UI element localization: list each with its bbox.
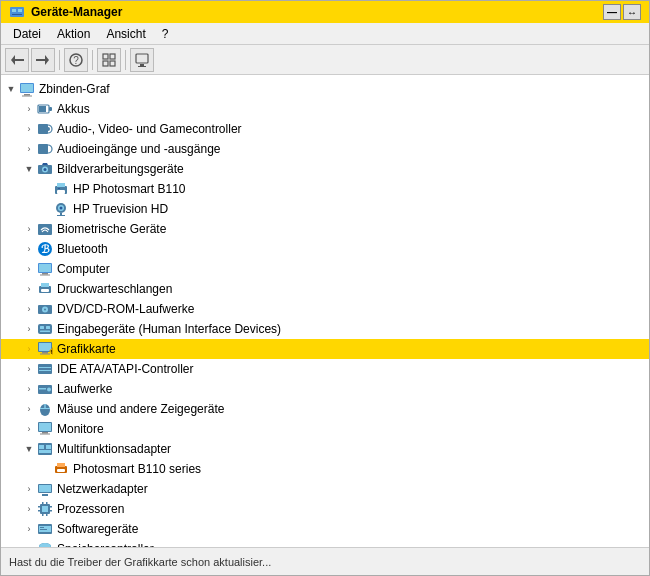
svg-rect-76 xyxy=(42,432,48,434)
multifunktion-expand: ▼ xyxy=(21,441,37,457)
netzwerk-expand: › xyxy=(21,481,37,497)
svg-rect-47 xyxy=(42,273,48,275)
tree-item-audioein[interactable]: › Audioeingänge und -ausgänge xyxy=(1,139,649,159)
tree-item-bildverarbeitung[interactable]: ▼ Bildverarbeitungsgeräte xyxy=(1,159,649,179)
tree-item-audio[interactable]: › Audio-, Video- und Gamecontroller xyxy=(1,119,649,139)
cpu-icon xyxy=(37,501,53,517)
svg-rect-46 xyxy=(39,264,51,272)
ide-label: IDE ATA/ATAPI-Controller xyxy=(57,362,193,376)
svg-rect-19 xyxy=(24,94,30,96)
svg-rect-56 xyxy=(40,326,44,329)
toolbar-help[interactable]: ? xyxy=(64,48,88,72)
dvd-icon xyxy=(37,301,53,317)
root-label: Zbinden-Graf xyxy=(39,82,110,96)
menu-help[interactable]: ? xyxy=(154,25,177,43)
svg-rect-61 xyxy=(42,352,48,354)
svg-rect-94 xyxy=(42,502,44,504)
svg-point-39 xyxy=(60,207,63,210)
minimize-button[interactable]: — xyxy=(603,4,621,20)
device-tree[interactable]: ▼ Zbinden-Graf › xyxy=(1,75,649,547)
svg-rect-18 xyxy=(21,84,33,92)
tree-item-hp-truevision[interactable]: HP Truevision HD xyxy=(1,199,649,219)
main-content: ▼ Zbinden-Graf › xyxy=(1,75,649,575)
software-icon xyxy=(37,521,53,537)
svg-rect-95 xyxy=(46,502,48,504)
tree-item-grafikkarte[interactable]: › ! Grafikkarte xyxy=(1,339,649,359)
svg-rect-89 xyxy=(42,506,48,512)
hp-photosmart-expand xyxy=(37,181,53,197)
svg-rect-11 xyxy=(103,61,108,66)
device-manager-window: Geräte-Manager — ↔ Datei Aktion Ansicht … xyxy=(0,0,650,576)
webcam-icon xyxy=(53,201,69,217)
biometric-icon xyxy=(37,221,53,237)
tree-item-multifunktion[interactable]: ▼ Multifunktionsadapter xyxy=(1,439,649,459)
tree-item-photosmart-series[interactable]: Photosmart B110 series xyxy=(1,459,649,479)
tree-item-computer[interactable]: › Computer xyxy=(1,259,649,279)
grafikkarte-label: Grafikkarte xyxy=(57,342,116,356)
svg-rect-5 xyxy=(15,59,24,61)
svg-rect-97 xyxy=(46,514,48,516)
tree-item-maeuse[interactable]: › Mäuse und andere Zeigegeräte xyxy=(1,399,649,419)
hp-truevision-expand xyxy=(37,201,53,217)
title-bar-controls: — ↔ xyxy=(603,4,641,20)
ide-expand: › xyxy=(21,361,37,377)
tree-item-prozessoren[interactable]: › Prozessoren xyxy=(1,499,649,519)
druck-label: Druckwarteschlangen xyxy=(57,282,172,296)
netzwerk-label: Netzwerkadapter xyxy=(57,482,148,496)
tree-item-druckwarteschlangen[interactable]: › Druckwarteschlangen xyxy=(1,279,649,299)
maximize-button[interactable]: ↔ xyxy=(623,4,641,20)
menu-ansicht[interactable]: Ansicht xyxy=(98,25,153,43)
svg-marker-4 xyxy=(11,55,15,65)
tree-item-hp-photosmart[interactable]: HP Photosmart B110 xyxy=(1,179,649,199)
svg-rect-22 xyxy=(49,107,52,111)
audioein-label: Audioeingänge und -ausgänge xyxy=(57,142,220,156)
computer-expand: › xyxy=(21,261,37,277)
menu-datei[interactable]: Datei xyxy=(5,25,49,43)
audioein-expand: › xyxy=(21,141,37,157)
tree-item-software[interactable]: › Softwaregeräte xyxy=(1,519,649,539)
tree-item-biometrie[interactable]: › Biometrische Geräte xyxy=(1,219,649,239)
root-expand-icon: ▼ xyxy=(3,81,19,97)
toolbar: ? xyxy=(1,45,649,75)
bildverarbeitung-expand: ▼ xyxy=(21,161,37,177)
akkus-expand: › xyxy=(21,101,37,117)
laufwerke-expand: › xyxy=(21,381,37,397)
menu-aktion[interactable]: Aktion xyxy=(49,25,98,43)
prozessoren-expand: › xyxy=(21,501,37,517)
svg-rect-73 xyxy=(40,408,50,409)
bluetooth-expand: › xyxy=(21,241,37,257)
monitor-icon xyxy=(37,421,53,437)
tree-item-laufwerke[interactable]: › Laufwerke xyxy=(1,379,649,399)
svg-rect-2 xyxy=(18,9,22,12)
software-expand: › xyxy=(21,521,37,537)
ide-icon xyxy=(37,361,53,377)
tree-item-ide[interactable]: › IDE ATA/ATAPI-Controller xyxy=(1,359,649,379)
svg-rect-70 xyxy=(39,388,46,390)
svg-rect-77 xyxy=(40,434,50,435)
tree-item-akkus[interactable]: › Akkus xyxy=(1,99,649,119)
tree-item-speicher[interactable]: › Speichercontroller xyxy=(1,539,649,547)
svg-rect-60 xyxy=(39,343,51,351)
tree-item-eingabe[interactable]: › Eingabegeräte (Human Interface Devices… xyxy=(1,319,649,339)
toolbar-forward[interactable] xyxy=(31,48,55,72)
computer-icon xyxy=(19,81,35,97)
toolbar-back[interactable] xyxy=(5,48,29,72)
svg-point-26 xyxy=(46,127,50,131)
akkus-label: Akkus xyxy=(57,102,90,116)
svg-rect-16 xyxy=(138,66,146,67)
svg-rect-3 xyxy=(12,14,22,15)
toolbar-monitor[interactable] xyxy=(130,48,154,72)
tree-item-bluetooth[interactable]: › ℬ Bluetooth xyxy=(1,239,649,259)
svg-text:ℬ: ℬ xyxy=(41,243,50,255)
status-bar: Hast du die Treiber der Grafikkarte scho… xyxy=(1,547,649,575)
toolbar-update[interactable] xyxy=(97,48,121,72)
svg-rect-20 xyxy=(22,96,32,97)
svg-rect-87 xyxy=(42,494,48,496)
svg-rect-91 xyxy=(38,510,40,512)
tree-item-netzwerk[interactable]: › Netzwerkadapter xyxy=(1,479,649,499)
tree-item-monitore[interactable]: › Monitore xyxy=(1,419,649,439)
tree-item-dvd[interactable]: › DVD/CD-ROM-Laufwerke xyxy=(1,299,649,319)
audio-io-icon xyxy=(37,141,53,157)
tree-root[interactable]: ▼ Zbinden-Graf xyxy=(1,79,649,99)
photosmart-series-expand xyxy=(37,461,53,477)
